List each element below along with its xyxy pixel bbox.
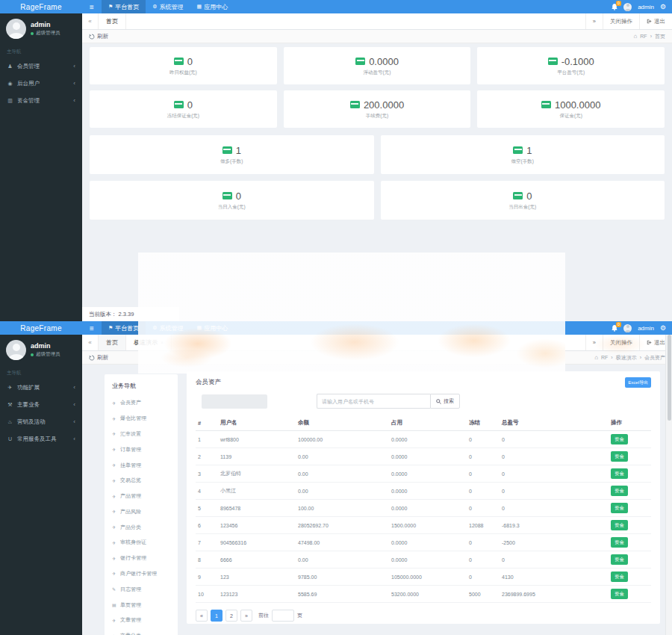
online-status-dot [31, 32, 34, 35]
nav-item-system-manage[interactable]: ⚙ 系统管理 [146, 0, 190, 13]
business-nav-item[interactable]: ✈ 订单管理 [105, 442, 178, 457]
business-nav-item[interactable]: ✈ 产品管理 [105, 489, 178, 504]
sidebar-menu-item[interactable]: ◉ 后台用户 ‹ [0, 75, 82, 92]
tabs-scroll-left-button[interactable]: « [82, 335, 99, 350]
close-icon[interactable]: × [161, 340, 164, 345]
credit-card-icon [513, 146, 523, 154]
navbar-username[interactable]: admin [638, 325, 654, 332]
prev-page-button[interactable]: « [196, 610, 208, 622]
business-nav-item[interactable]: ✈ 产品分类 [105, 519, 178, 535]
business-nav-item[interactable]: ✈ 产品风险 [105, 504, 178, 519]
notifications-button[interactable]: 0 [612, 4, 617, 10]
close-operations-button[interactable]: 关闭操作 [603, 335, 639, 350]
breadcrumb: ⌂ RF › 极速演示 › 会员资产 [594, 354, 665, 362]
fund-action-button[interactable]: 资金 [611, 451, 628, 462]
cell-total-pl: 0 [500, 448, 609, 465]
business-nav-item[interactable]: ✈ 汇率设置 [105, 427, 178, 442]
breadcrumb: ⌂ RF › 首页 [633, 33, 665, 40]
breadcrumb-section[interactable]: 极速演示 [616, 354, 637, 362]
user-avatar[interactable] [6, 340, 26, 360]
refresh-button[interactable]: 刷新 [89, 354, 108, 362]
sidebar-menu-item[interactable]: U 常用服务及工具 ‹ [0, 430, 82, 447]
notifications-button[interactable]: 0 [612, 325, 617, 332]
fund-action-button[interactable]: 资金 [611, 520, 628, 530]
stat-cards-row: 1 做多(手数) 1 做空(手数) [90, 135, 665, 174]
fund-action-button[interactable]: 资金 [611, 572, 628, 582]
page-2-button[interactable]: 2 [225, 610, 237, 622]
business-nav-item[interactable]: ▤ 单页管理 [105, 597, 178, 613]
sidebar-menu-item[interactable]: ⚒ 主要业务 ‹ [0, 396, 82, 413]
nav-item-platform-home[interactable]: ⚑ 平台首页 [102, 321, 146, 335]
tabs-scroll-right-button[interactable]: » [585, 13, 603, 29]
business-nav-item[interactable]: ✈ 爆仓比管理 [105, 411, 178, 427]
fund-action-button[interactable]: 资金 [611, 554, 628, 565]
nav-item-app-center[interactable]: ▦ 应用中心 [190, 0, 235, 13]
avatar[interactable] [623, 324, 632, 332]
navbar-username[interactable]: admin [638, 4, 654, 10]
business-nav-item[interactable]: ✈ 文章分类 [105, 628, 178, 635]
sidebar-menu-item[interactable]: ✈ 功能扩展 ‹ [0, 379, 82, 396]
business-nav-item[interactable]: ✈ 审核身份证 [105, 535, 178, 551]
scrollbar[interactable] [665, 335, 672, 635]
settings-gear-icon[interactable]: ⚙ [660, 324, 666, 332]
tab-home[interactable]: 首页 [99, 335, 126, 350]
tab-speed-demo[interactable]: 极速演示 × [126, 335, 172, 350]
nav-item-icon: ✈ [112, 556, 117, 561]
business-nav-item[interactable]: ✎ 日志管理 [105, 581, 178, 597]
stat-value: 200.0000 [364, 99, 404, 111]
fund-action-button[interactable]: 资金 [611, 434, 628, 444]
chevron-left-icon: ‹ [73, 80, 75, 87]
fund-action-button[interactable]: 资金 [611, 537, 628, 548]
tab-home[interactable]: 首页 [99, 13, 126, 29]
avatar[interactable] [623, 3, 632, 11]
sidebar-menu-item[interactable]: ♟ 会员管理 ‹ [0, 58, 82, 75]
brand-logo[interactable]: RageFrame [0, 0, 82, 13]
settings-gear-icon[interactable]: ⚙ [660, 3, 666, 10]
nav-item-app-center[interactable]: ▦ 应用中心 [190, 321, 235, 335]
logout-button[interactable]: 退出 [639, 13, 672, 29]
sidebar-menu-item[interactable]: ▥ 资金管理 ‹ [0, 92, 82, 109]
table-row: 3 北罗伯特 0.00 0.0000 0 0 资金 [196, 465, 651, 483]
breadcrumb-root[interactable]: RF [601, 355, 608, 360]
sidebar-toggle-icon[interactable]: ≡ [82, 0, 102, 13]
fund-action-button[interactable]: 资金 [611, 503, 628, 513]
sidebar-menu-item[interactable]: ♨ 营销及活动 ‹ [0, 413, 82, 430]
navbar-right: 0 admin ⚙ [612, 321, 672, 335]
business-nav-item[interactable]: ✈ 商户银行卡管理 [105, 566, 178, 582]
tabs-scroll-left-button[interactable]: « [82, 13, 99, 29]
business-nav-item[interactable]: ✈ 银行卡管理 [105, 551, 178, 566]
sidebar-item-label: 主要业务 [17, 401, 40, 409]
breadcrumb-separator: › [650, 34, 652, 39]
tabs-scroll-right-button[interactable]: » [585, 335, 603, 350]
business-nav-item[interactable]: ✈ 挂单管理 [105, 457, 178, 473]
goto-page-input[interactable] [272, 610, 294, 622]
col-frozen: 冻结 [467, 415, 500, 431]
business-nav-item[interactable]: ✈ 文章管理 [105, 613, 178, 628]
user-avatar[interactable] [6, 19, 26, 39]
col-balance: 余额 [296, 415, 389, 431]
bottom-navbar: RageFrame ≡ ⚑ 平台首页 ⚙ 系统管理 ▦ 应用中心 0 admin… [0, 321, 672, 335]
close-operations-button[interactable]: 关闭操作 [603, 13, 639, 29]
page-1-button[interactable]: 1 [211, 610, 223, 622]
business-nav-item[interactable]: ✈ 会员资产 [105, 395, 178, 411]
fund-action-button[interactable]: 资金 [611, 486, 628, 496]
next-page-button[interactable]: » [240, 610, 252, 622]
stat-label: 做空(手数) [511, 158, 534, 165]
credit-card-icon [541, 101, 551, 108]
nav-item-platform-home[interactable]: ⚑ 平台首页 [102, 0, 146, 13]
fund-action-button[interactable]: 资金 [611, 589, 628, 599]
table-row: 10 123123 5585.69 53200.0000 5000 236989… [196, 586, 651, 603]
nav-item-system-manage[interactable]: ⚙ 系统管理 [146, 321, 190, 335]
excel-export-button[interactable]: Excel导出 [625, 377, 651, 388]
business-nav-item[interactable]: ✈ 交易总览 [105, 473, 178, 489]
refresh-button[interactable]: 刷新 [89, 33, 108, 40]
scrollbar-thumb[interactable] [668, 335, 672, 421]
sidebar-toggle-icon[interactable]: ≡ [82, 321, 102, 335]
filter-select-placeholder[interactable] [202, 394, 267, 409]
breadcrumb-root[interactable]: RF [640, 34, 647, 39]
search-input[interactable] [317, 394, 430, 409]
fund-action-button[interactable]: 资金 [611, 468, 628, 479]
brand-logo[interactable]: RageFrame [0, 321, 82, 335]
nav-item-label: 订单管理 [120, 446, 141, 453]
search-button[interactable]: 搜索 [430, 394, 460, 409]
